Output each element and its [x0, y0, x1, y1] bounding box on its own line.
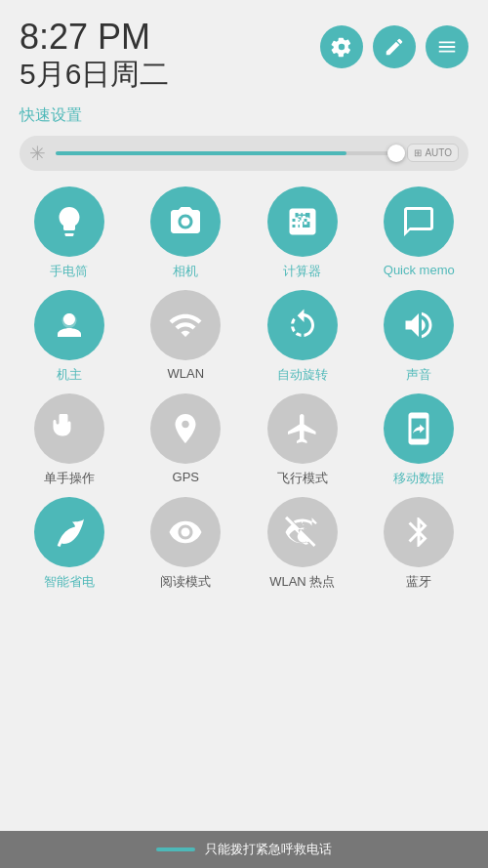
- readmode-item[interactable]: 阅读模式: [133, 497, 240, 591]
- mobiledata-item[interactable]: 移动数据: [366, 393, 473, 487]
- quick-settings-label: 快速设置: [0, 100, 488, 136]
- edit-button[interactable]: [373, 25, 416, 68]
- flashlight-circle: [34, 186, 104, 257]
- camera-circle: [150, 186, 221, 257]
- wlan-label: WLAN: [167, 366, 204, 381]
- onehand-item[interactable]: 单手操作: [16, 393, 123, 487]
- sound-label: 声音: [406, 366, 431, 384]
- brightness-auto[interactable]: ⊞ AUTO: [407, 144, 459, 162]
- bluetooth-label: 蓝牙: [406, 573, 431, 591]
- quickmemo-circle: [384, 186, 454, 257]
- wlanhotspot-circle: [267, 497, 338, 567]
- calculator-circle: [267, 186, 338, 257]
- bluetooth-circle: [384, 497, 454, 567]
- wlanhotspot-item[interactable]: WLAN 热点: [249, 497, 356, 591]
- brightness-low-icon: ✳: [29, 142, 46, 165]
- airplane-label: 飞行模式: [277, 470, 328, 487]
- powersave-item[interactable]: 智能省电: [16, 497, 123, 591]
- quickmemo-item[interactable]: Quick memo: [366, 186, 473, 280]
- brightness-auto-icon: ⊞: [414, 147, 422, 158]
- top-icons: [320, 25, 468, 68]
- brightness-auto-label: AUTO: [425, 147, 452, 158]
- time-date: 8:27 PM 5月6日周二: [20, 18, 169, 92]
- sound-item[interactable]: 声音: [366, 290, 473, 384]
- settings-button[interactable]: [320, 25, 363, 68]
- quickmemo-label: Quick memo: [384, 263, 455, 277]
- bottom-bar-text: 只能拨打紧急呼救电话: [205, 841, 332, 858]
- onehand-label: 单手操作: [44, 470, 95, 487]
- owner-circle: [34, 290, 104, 360]
- menu-button[interactable]: [426, 25, 468, 68]
- owner-label: 机主: [57, 366, 82, 384]
- wlan-circle: [150, 290, 221, 360]
- readmode-label: 阅读模式: [160, 573, 211, 591]
- autorotate-circle: [267, 290, 338, 360]
- flashlight-label: 手电筒: [50, 263, 88, 280]
- quick-settings-row-4: 智能省电 阅读模式 WLAN 热点 蓝牙: [0, 497, 488, 591]
- airplane-item[interactable]: 飞行模式: [249, 393, 356, 487]
- autorotate-item[interactable]: 自动旋转: [249, 290, 356, 384]
- quick-settings-row-3: 单手操作 GPS 飞行模式 移动数据: [0, 393, 488, 487]
- gps-circle: [150, 393, 221, 464]
- wlan-item[interactable]: WLAN: [133, 290, 240, 384]
- airplane-circle: [267, 393, 338, 464]
- brightness-track: [56, 151, 397, 155]
- quick-settings-row-1: 手电筒 相机 计算器 Quick memo: [0, 186, 488, 280]
- status-bar: 8:27 PM 5月6日周二: [0, 0, 488, 100]
- bluetooth-item[interactable]: 蓝牙: [366, 497, 473, 591]
- gps-item[interactable]: GPS: [133, 393, 240, 487]
- gps-label: GPS: [173, 470, 199, 484]
- wlanhotspot-label: WLAN 热点: [269, 573, 335, 591]
- quick-settings-row-2: 机主 WLAN 自动旋转 声音: [0, 290, 488, 384]
- mobiledata-label: 移动数据: [393, 470, 444, 487]
- flashlight-item[interactable]: 手电筒: [16, 186, 123, 280]
- brightness-thumb: [387, 145, 405, 162]
- powersave-circle: [34, 497, 104, 567]
- time-display: 8:27 PM: [20, 18, 169, 57]
- bottom-bar: 只能拨打紧急呼救电话: [0, 831, 488, 868]
- bottom-bar-indicator: [156, 847, 195, 851]
- calculator-item[interactable]: 计算器: [249, 186, 356, 280]
- camera-item[interactable]: 相机: [133, 186, 240, 280]
- camera-label: 相机: [173, 263, 198, 280]
- readmode-circle: [150, 497, 221, 567]
- brightness-bar[interactable]: ✳ ⊞ AUTO: [20, 136, 468, 171]
- sound-circle: [384, 290, 454, 360]
- autorotate-label: 自动旋转: [277, 366, 328, 384]
- date-display: 5月6日周二: [20, 57, 169, 92]
- svg-point-0: [61, 313, 76, 328]
- mobiledata-circle: [384, 393, 454, 464]
- calculator-label: 计算器: [283, 263, 321, 280]
- powersave-label: 智能省电: [44, 573, 95, 591]
- owner-item[interactable]: 机主: [16, 290, 123, 384]
- brightness-fill: [56, 151, 346, 155]
- onehand-circle: [34, 393, 104, 464]
